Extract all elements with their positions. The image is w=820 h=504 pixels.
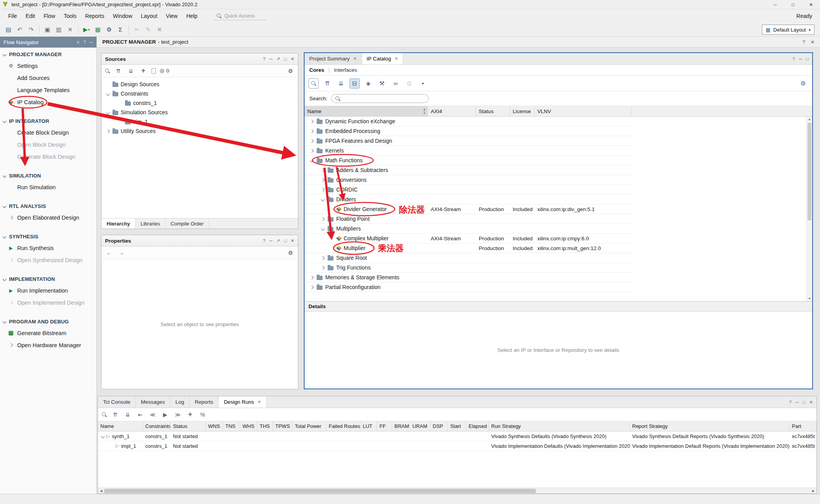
tree-chevron-slot[interactable] bbox=[105, 111, 110, 114]
tree-item-constraints[interactable]: Constraints bbox=[102, 89, 298, 98]
link-button[interactable]: ∞ bbox=[390, 78, 401, 89]
flow-nav-item-open-hardware-manager[interactable]: Open Hardware Manager bbox=[0, 339, 96, 351]
minimize-icon[interactable]: ─ bbox=[799, 57, 802, 61]
skip-to-start-button[interactable]: ⇤ bbox=[136, 410, 144, 419]
expand-all-button[interactable]: ⇊ bbox=[336, 78, 346, 89]
tree-item-sim-1[interactable]: sim_1 bbox=[102, 117, 298, 126]
program-device-button[interactable]: ▦ bbox=[93, 24, 103, 35]
float-icon[interactable]: ↗ bbox=[276, 56, 280, 62]
tree-chevron-slot[interactable] bbox=[105, 130, 110, 133]
flow-nav-item-settings[interactable]: ⚙Settings bbox=[0, 60, 96, 72]
tab-design-runs[interactable]: Design Runs ✕ bbox=[219, 396, 267, 408]
search-button[interactable] bbox=[308, 78, 319, 89]
tab-ip-catalog[interactable]: IP Catalog ✕ bbox=[362, 53, 403, 64]
collapse-all-button[interactable]: ⇈ bbox=[322, 78, 332, 89]
tree-chevron-slot[interactable] bbox=[320, 218, 325, 220]
tree-chevron-slot[interactable] bbox=[100, 435, 105, 438]
maximize-icon[interactable]: □ bbox=[806, 57, 809, 61]
disabled-run-button[interactable]: ⊙ bbox=[404, 78, 414, 89]
column-header-constraints[interactable]: Constraints bbox=[143, 421, 171, 431]
collapse-all-button[interactable]: ⇈ bbox=[111, 410, 119, 419]
collapse-all-button[interactable]: ⇈ bbox=[114, 67, 123, 75]
menu-layout[interactable]: Layout bbox=[137, 11, 162, 21]
tab-hierarchy[interactable]: Hierarchy bbox=[102, 218, 135, 229]
flow-nav-item-run-simulation[interactable]: Run Simulation bbox=[0, 181, 96, 193]
tree-chevron-slot[interactable] bbox=[309, 120, 314, 123]
undo-button[interactable]: ↶ bbox=[14, 24, 25, 35]
ip-row-fpga-features-and-design[interactable]: FPGA Features and Design bbox=[305, 136, 632, 146]
flow-nav-section-header-project-manager[interactable]: PROJECT MANAGER bbox=[0, 49, 96, 60]
ip-row-multipliers[interactable]: Multipliers bbox=[305, 224, 632, 234]
flow-nav-item-run-implementation[interactable]: ▶Run Implementation bbox=[0, 284, 96, 296]
details-toggle-button[interactable]: ▪ bbox=[418, 78, 428, 89]
ip-row-divider-generator[interactable]: Divider GeneratorAXI4-StreamProductionIn… bbox=[305, 204, 632, 214]
settings-gear-icon[interactable]: ⚙ bbox=[286, 248, 295, 257]
tree-item-utility-sources[interactable]: Utility Sources bbox=[102, 126, 298, 136]
minimize-icon[interactable]: ─ bbox=[269, 238, 273, 243]
ip-search-input[interactable] bbox=[331, 94, 429, 103]
column-header-bram[interactable]: BRAM bbox=[392, 421, 410, 431]
flow-nav-item-generate-block-design[interactable]: Generate Block Design bbox=[0, 151, 96, 163]
redo-button[interactable]: ↷ bbox=[26, 24, 36, 35]
help-icon[interactable]: ? bbox=[83, 40, 86, 44]
flow-nav-section-header-synthesis[interactable]: SYNTHESIS bbox=[0, 231, 96, 242]
close-icon[interactable]: ✕ bbox=[811, 39, 815, 45]
column-header-ff[interactable]: FF bbox=[377, 421, 392, 431]
flow-nav-item-add-sources[interactable]: Add Sources bbox=[0, 72, 96, 84]
tree-chevron-slot[interactable] bbox=[309, 149, 314, 152]
layout-selector[interactable]: ▦ Default Layout ▾ bbox=[762, 25, 815, 35]
help-icon[interactable]: ? bbox=[263, 238, 265, 243]
ip-row-dynamic-function-exchange[interactable]: Dynamic Function eXchange bbox=[305, 117, 632, 126]
create-runs-button[interactable]: + bbox=[186, 410, 194, 419]
column-header-lut[interactable]: LUT bbox=[360, 421, 377, 431]
resume-button[interactable]: ≫ bbox=[173, 410, 182, 419]
column-header-whs[interactable]: WHS bbox=[240, 421, 257, 431]
settings-gear-icon[interactable]: ⚙ bbox=[286, 67, 295, 75]
menu-reports[interactable]: Reports bbox=[81, 11, 109, 21]
tree-chevron-slot[interactable] bbox=[309, 286, 314, 289]
tree-chevron-slot[interactable] bbox=[320, 198, 325, 201]
quick-access-input[interactable]: Quick Access bbox=[214, 12, 266, 20]
column-header-run-strategy[interactable]: Run Strategy bbox=[489, 421, 630, 431]
cut-button[interactable]: ✂ bbox=[132, 24, 142, 35]
report-sum-button[interactable]: Σ bbox=[115, 24, 126, 35]
missing-sources-indicator[interactable]: 0 bbox=[160, 68, 169, 74]
default-view-button[interactable]: ◈ bbox=[363, 78, 373, 89]
menu-flow[interactable]: Flow bbox=[39, 11, 60, 21]
flow-nav-section-header-program-and-debug[interactable]: PROGRAM AND DEBUG bbox=[0, 316, 96, 327]
paste-button[interactable]: ▥ bbox=[53, 24, 64, 35]
tab-log[interactable]: Log bbox=[170, 396, 190, 408]
menu-icon[interactable]: ≡ bbox=[77, 40, 80, 44]
file-icon[interactable] bbox=[152, 68, 156, 74]
scroll-up-icon[interactable]: ▲ bbox=[807, 117, 812, 121]
tree-chevron-slot[interactable] bbox=[105, 92, 110, 95]
flow-nav-item-open-implemented-design[interactable]: Open Implemented Design bbox=[0, 296, 96, 309]
tab-project-summary[interactable]: Project Summary ✕ bbox=[305, 53, 362, 64]
ip-row-dividers[interactable]: Dividers bbox=[305, 195, 632, 204]
minimize-icon[interactable]: ─ bbox=[269, 57, 273, 61]
tree-item-simulation-sources[interactable]: Simulation Sources bbox=[102, 108, 298, 117]
settings-gear-icon[interactable]: ⚙ bbox=[798, 78, 808, 89]
run-row-synth-1[interactable]: ▷synth_1constrs_1Not startedVivado Synth… bbox=[98, 431, 816, 441]
tab-cores[interactable]: Cores bbox=[309, 67, 324, 73]
flow-nav-item-language-templates[interactable]: Language Templates bbox=[0, 84, 96, 96]
help-icon[interactable]: ? bbox=[792, 57, 795, 61]
flow-nav-section-header-ip-integrator[interactable]: IP INTEGRATOR bbox=[0, 115, 96, 126]
expand-all-button[interactable]: ⇊ bbox=[127, 67, 135, 75]
tab-reports[interactable]: Reports bbox=[190, 396, 219, 408]
group-by-taxonomy-button[interactable]: ⊟ bbox=[349, 78, 360, 89]
menu-help[interactable]: Help bbox=[182, 11, 202, 21]
ip-row-partial-reconfiguration[interactable]: Partial Reconfiguration bbox=[305, 282, 632, 292]
tree-item-design-sources[interactable]: Design Sources bbox=[102, 80, 298, 89]
scroll-right-icon[interactable]: ▶ bbox=[810, 489, 816, 493]
run-step-button[interactable]: ▶ bbox=[161, 410, 169, 419]
add-sources-button[interactable]: + bbox=[139, 67, 148, 75]
tree-chevron-slot[interactable] bbox=[320, 227, 325, 230]
minimize-button[interactable]: ─ bbox=[766, 0, 784, 9]
edit-button[interactable]: ✎ bbox=[143, 24, 153, 35]
minimize-icon[interactable]: ─ bbox=[795, 400, 799, 405]
settings-button[interactable]: ⚙ bbox=[104, 24, 114, 35]
scroll-thumb[interactable] bbox=[104, 489, 536, 493]
expand-all-button[interactable]: ⇊ bbox=[123, 410, 132, 419]
column-header-wns[interactable]: WNS bbox=[206, 421, 223, 431]
